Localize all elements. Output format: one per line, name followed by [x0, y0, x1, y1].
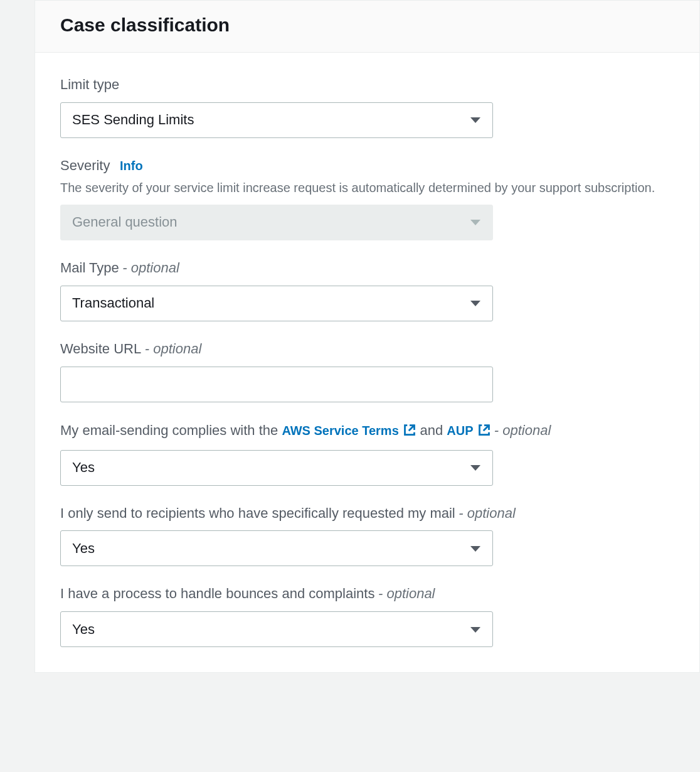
limit-type-value: SES Sending Limits: [72, 112, 194, 128]
compliance-label-prefix: My email-sending complies with the: [60, 422, 282, 438]
field-compliance: My email-sending complies with the AWS S…: [60, 420, 674, 486]
field-mail-type: Mail Type - optional Transactional: [60, 258, 674, 321]
chevron-down-icon: [470, 621, 481, 638]
mail-type-optional: - optional: [122, 260, 179, 276]
field-recipients: I only send to recipients who have speci…: [60, 503, 674, 567]
severity-info-link[interactable]: Info: [120, 159, 143, 173]
severity-value: General question: [72, 214, 178, 230]
recipients-optional: - optional: [459, 505, 516, 521]
chevron-down-icon: [470, 295, 481, 311]
limit-type-label: Limit type: [60, 77, 119, 92]
aws-service-terms-link[interactable]: AWS Service Terms: [282, 424, 416, 437]
bounces-label: I have a process to handle bounces and c…: [60, 586, 374, 601]
mail-type-label: Mail Type: [60, 260, 119, 276]
severity-helper: The severity of your service limit incre…: [60, 178, 674, 197]
website-url-label: Website URL: [60, 341, 141, 357]
mail-type-select[interactable]: Transactional: [60, 286, 493, 321]
compliance-value: Yes: [72, 459, 95, 476]
aup-link[interactable]: AUP: [447, 424, 490, 437]
chevron-down-icon: [470, 214, 481, 230]
severity-select: General question: [60, 205, 493, 240]
sidebar-gutter: [0, 0, 34, 673]
recipients-select[interactable]: Yes: [60, 530, 493, 566]
compliance-select[interactable]: Yes: [60, 450, 493, 486]
compliance-optional: - optional: [491, 422, 551, 438]
bounces-optional: - optional: [378, 586, 435, 601]
panel-header: Case classification: [35, 1, 699, 53]
limit-type-select[interactable]: SES Sending Limits: [60, 102, 493, 138]
bounces-select[interactable]: Yes: [60, 611, 493, 647]
field-severity: Severity Info The severity of your servi…: [60, 156, 674, 240]
severity-label: Severity: [60, 158, 110, 173]
external-link-icon: [403, 421, 416, 442]
recipients-label: I only send to recipients who have speci…: [60, 505, 455, 521]
mail-type-value: Transactional: [72, 295, 154, 311]
compliance-label-mid: and: [416, 422, 447, 438]
case-classification-panel: Case classification Limit type SES Sendi…: [34, 0, 700, 673]
recipients-value: Yes: [72, 540, 95, 557]
website-url-optional: - optional: [145, 341, 202, 357]
field-website-url: Website URL - optional: [60, 339, 674, 402]
field-limit-type: Limit type SES Sending Limits: [60, 75, 674, 138]
chevron-down-icon: [470, 112, 481, 128]
field-bounces: I have a process to handle bounces and c…: [60, 584, 674, 647]
chevron-down-icon: [470, 540, 481, 557]
website-url-input[interactable]: [60, 367, 493, 402]
panel-title: Case classification: [60, 14, 674, 36]
external-link-icon: [478, 421, 491, 442]
chevron-down-icon: [470, 459, 481, 476]
bounces-value: Yes: [72, 621, 95, 638]
